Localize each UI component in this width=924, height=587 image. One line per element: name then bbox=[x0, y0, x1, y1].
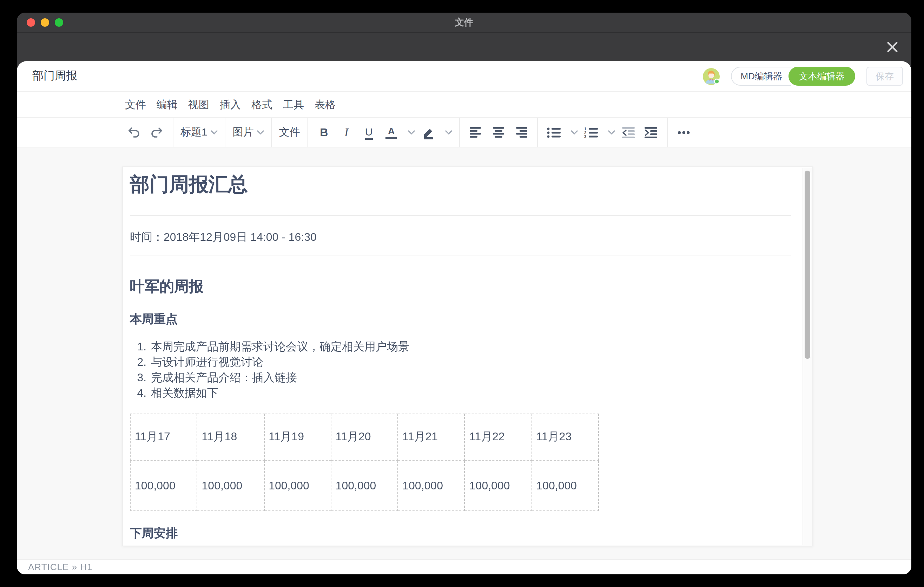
table-cell[interactable]: 100,000 bbox=[398, 460, 465, 511]
menu-file[interactable]: 文件 bbox=[125, 98, 146, 111]
table-cell[interactable]: 11月23 bbox=[531, 414, 599, 460]
dim-overlay bbox=[17, 33, 911, 61]
table-cell[interactable]: 100,000 bbox=[465, 460, 532, 511]
doc-h3-week-focus: 本周重点 bbox=[130, 312, 791, 326]
list-item: 完成相关产品介绍：插入链接 bbox=[150, 370, 791, 386]
highlight-button[interactable] bbox=[419, 122, 438, 143]
editor-content-area: 部门周报汇总 时间：2018年12月09日 14:00 - 16:30 叶军的周… bbox=[17, 147, 911, 559]
chevron-down-icon[interactable] bbox=[571, 130, 578, 135]
font-color-button[interactable]: A bbox=[382, 122, 401, 143]
outdent-button[interactable] bbox=[620, 122, 638, 143]
data-table[interactable]: 11月17 11月18 11月19 11月20 11月21 11月22 11月2… bbox=[130, 414, 599, 511]
doc-h2: 叶军的周报 bbox=[130, 277, 791, 295]
indent-button[interactable] bbox=[642, 122, 660, 143]
doc-time-line: 时间：2018年12月09日 14:00 - 16:30 bbox=[130, 229, 791, 245]
menu-table[interactable]: 表格 bbox=[315, 98, 336, 111]
chevron-down-icon bbox=[257, 130, 264, 135]
table-cell[interactable]: 11月22 bbox=[465, 414, 532, 460]
list-item: 本周完成产品前期需求讨论会议，确定相关用户场景 bbox=[150, 339, 791, 355]
menu-tools[interactable]: 工具 bbox=[283, 98, 304, 111]
editor-panel: 部门周报 bbox=[17, 61, 911, 574]
file-attach-button[interactable]: 文件 bbox=[279, 122, 300, 143]
chevron-down-icon[interactable] bbox=[408, 130, 415, 135]
window-title: 文件 bbox=[17, 16, 911, 29]
undo-button[interactable] bbox=[125, 122, 143, 143]
image-dropdown[interactable]: 图片 bbox=[233, 122, 264, 143]
close-icon[interactable] bbox=[885, 39, 900, 55]
chevron-down-icon[interactable] bbox=[609, 130, 615, 135]
status-bar: ARTICLE » H1 bbox=[17, 559, 911, 574]
list-item: 相关数据如下 bbox=[150, 386, 791, 401]
more-options-button[interactable]: ••• bbox=[675, 122, 693, 143]
svg-text:3: 3 bbox=[584, 134, 587, 138]
table-cell[interactable]: 11月18 bbox=[197, 414, 264, 460]
underline-button[interactable]: U bbox=[360, 122, 378, 143]
table-cell[interactable]: 11月20 bbox=[331, 414, 398, 460]
save-button[interactable]: 保存 bbox=[866, 67, 903, 86]
avatar[interactable] bbox=[703, 68, 720, 85]
table-cell[interactable]: 11月19 bbox=[264, 414, 331, 460]
menu-insert[interactable]: 插入 bbox=[220, 98, 241, 111]
doc-title: 部门周报 bbox=[32, 69, 77, 84]
document-page[interactable]: 部门周报汇总 时间：2018年12月09日 14:00 - 16:30 叶军的周… bbox=[122, 167, 813, 546]
table-cell[interactable]: 100,000 bbox=[264, 460, 331, 511]
bullet-list-button[interactable] bbox=[545, 122, 563, 143]
align-left-button[interactable] bbox=[467, 122, 485, 143]
doc-h1: 部门周报汇总 bbox=[130, 173, 791, 196]
menu-format[interactable]: 格式 bbox=[251, 98, 272, 111]
menu-view[interactable]: 视图 bbox=[188, 98, 209, 111]
text-editor-button[interactable]: 文本编辑器 bbox=[789, 67, 855, 86]
align-right-button[interactable] bbox=[512, 122, 530, 143]
table-cell[interactable]: 100,000 bbox=[331, 460, 398, 511]
screen: 文件 部门周报 bbox=[0, 0, 924, 587]
doc-header: 部门周报 bbox=[17, 61, 911, 92]
modal-window: 文件 部门周报 bbox=[17, 13, 911, 574]
numbered-list-button[interactable]: 1 2 3 bbox=[582, 122, 601, 143]
table-cell[interactable]: 100,000 bbox=[130, 460, 197, 511]
table-cell[interactable]: 100,000 bbox=[531, 460, 599, 511]
doc-h3-next-week: 下周安排 bbox=[130, 527, 791, 541]
list-item: 与设计师进行视觉讨论 bbox=[150, 355, 791, 370]
editor-mode-toggle: MD编辑器 文本编辑器 bbox=[731, 67, 855, 86]
toolbar: 标题1 图片 bbox=[17, 118, 911, 147]
redo-button[interactable] bbox=[147, 122, 166, 143]
table-cell[interactable]: 11月21 bbox=[398, 414, 465, 460]
chevron-down-icon bbox=[211, 130, 218, 135]
header-actions: MD编辑器 文本编辑器 保存 bbox=[703, 67, 903, 86]
italic-button[interactable]: I bbox=[337, 122, 356, 143]
md-editor-button[interactable]: MD编辑器 bbox=[731, 67, 791, 86]
doc-numbered-list: 本周完成产品前期需求讨论会议，确定相关用户场景 与设计师进行视觉讨论 完成相关产… bbox=[130, 339, 791, 401]
table-cell[interactable]: 11月17 bbox=[130, 414, 197, 460]
heading-dropdown[interactable]: 标题1 bbox=[180, 122, 218, 143]
table-row: 11月17 11月18 11月19 11月20 11月21 11月22 11月2… bbox=[130, 414, 599, 460]
scrollbar-thumb[interactable] bbox=[805, 171, 810, 359]
menu-edit[interactable]: 编辑 bbox=[157, 98, 178, 111]
divider bbox=[130, 215, 791, 216]
scrollbar-track[interactable] bbox=[802, 168, 812, 545]
titlebar: 文件 bbox=[17, 13, 911, 33]
bold-button[interactable]: B bbox=[315, 122, 333, 143]
align-center-button[interactable] bbox=[490, 122, 508, 143]
element-path-breadcrumb: ARTICLE » H1 bbox=[28, 562, 93, 572]
chevron-down-icon[interactable] bbox=[446, 130, 452, 135]
menubar: 文件 编辑 视图 插入 格式 工具 表格 bbox=[17, 92, 911, 118]
divider bbox=[130, 256, 791, 256]
table-row: 100,000 100,000 100,000 100,000 100,000 … bbox=[130, 460, 599, 511]
table-cell[interactable]: 100,000 bbox=[197, 460, 264, 511]
